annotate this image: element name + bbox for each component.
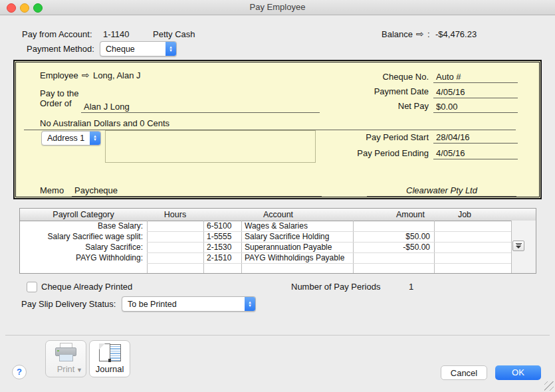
cheque-already-printed-checkbox[interactable] — [27, 282, 37, 292]
pay-slip-delivery-label: Pay Slip Delivery Status: — [21, 299, 116, 309]
memo-label: Memo — [40, 185, 64, 195]
title-bar: Pay Employee — [0, 0, 555, 15]
account-number: 1-1140 — [103, 29, 130, 39]
amount-cell[interactable] — [353, 252, 430, 263]
journal-button[interactable]: Journal — [89, 340, 130, 377]
job-cell[interactable] — [435, 242, 510, 252]
print-button-label: Print — [57, 364, 75, 374]
account-name-cell[interactable]: Superannuation Payable — [245, 242, 351, 252]
payment-date-field[interactable]: 4/05/16 — [433, 86, 518, 98]
cheque-no-label: Cheque No. — [300, 72, 429, 82]
hours-cell[interactable] — [148, 252, 202, 263]
payroll-table-header: Payroll Category Hours Account Amount Jo… — [20, 209, 536, 221]
address-selector-value: Address 1 — [42, 134, 90, 143]
address-box[interactable] — [105, 130, 316, 163]
table-divider — [241, 221, 242, 273]
payment-method-value: Cheque — [100, 45, 166, 54]
table-divider — [147, 221, 148, 273]
popup-stepper-icon: ▲▼ — [245, 297, 255, 311]
pay-to-label-line2: Order of — [40, 98, 72, 108]
pay-period-start-field[interactable]: 28/04/16 — [433, 132, 518, 144]
ok-button[interactable]: OK — [495, 365, 541, 380]
amount-cell[interactable]: -$50.00 — [353, 242, 430, 252]
cheque-already-printed-label: Cheque Already Printed — [41, 282, 132, 292]
printer-icon — [55, 343, 77, 363]
print-button[interactable]: Print ▼ — [45, 340, 86, 377]
journal-button-label: Journal — [96, 364, 124, 374]
category-cell: Salary Sacrifice: — [20, 242, 143, 252]
amount-cell[interactable] — [353, 221, 430, 231]
num-pay-periods-value: 1 — [409, 282, 413, 292]
col-header-hours[interactable]: Hours — [147, 210, 203, 219]
hours-cell[interactable] — [148, 221, 202, 231]
print-options-caret-icon[interactable]: ▼ — [76, 367, 82, 373]
signature: Clearwater Pty Ltd — [367, 185, 516, 197]
account-no-cell[interactable]: 2-1530 — [207, 242, 240, 252]
help-button[interactable]: ? — [12, 365, 27, 379]
category-cell: Salary Sacrifiec wage split: — [20, 231, 143, 242]
resize-grip[interactable] — [544, 381, 554, 391]
pay-to-label-line1: Pay to the — [40, 88, 79, 98]
account-name-cell[interactable]: Salary Sacrifice Holding — [245, 231, 351, 242]
cancel-button[interactable]: Cancel — [441, 365, 487, 380]
account-no-cell[interactable]: 2-1510 — [207, 252, 240, 263]
hours-cell[interactable] — [148, 231, 202, 242]
memo-field[interactable]: Paycheque — [72, 185, 322, 197]
payment-method-label: Payment Method: — [27, 44, 94, 54]
amount-cell[interactable]: $50.00 — [353, 231, 430, 242]
num-pay-periods-label: Number of Pay Periods — [291, 282, 380, 292]
popup-stepper-icon: ▲▼ — [90, 132, 100, 145]
col-header-amount[interactable]: Amount — [353, 210, 425, 219]
category-cell: Base Salary: — [20, 221, 143, 231]
payment-date-label: Payment Date — [300, 86, 429, 96]
job-list-dropdown-icon[interactable] — [512, 241, 524, 251]
popup-stepper-icon: ▲▼ — [166, 42, 176, 56]
job-cell[interactable] — [435, 231, 510, 242]
balance-value: -$4,476.23 — [435, 29, 477, 39]
employee-value: Long, Alan J — [93, 70, 141, 80]
payee-field[interactable]: Alan J Long — [81, 101, 320, 113]
net-pay-field[interactable]: $0.00 — [433, 101, 518, 113]
address-selector[interactable]: Address 1 ▲▼ — [41, 131, 101, 146]
table-divider — [511, 221, 512, 273]
pay-slip-delivery-select[interactable]: To be Printed ▲▼ — [122, 296, 256, 312]
employee-label: Employee — [40, 70, 78, 80]
job-cell[interactable] — [435, 252, 510, 263]
col-header-account[interactable]: Account — [203, 210, 353, 219]
col-header-job[interactable]: Job — [434, 210, 495, 219]
cheque-panel: Employee ⇨ Long, Alan J Cheque No. Auto … — [13, 60, 542, 199]
pay-period-ending-field[interactable]: 4/05/16 — [433, 147, 518, 159]
pay-period-ending-label: Pay Period Ending — [300, 148, 429, 158]
row-divider — [147, 263, 511, 264]
payroll-table: Payroll Category Hours Account Amount Jo… — [19, 208, 536, 274]
net-pay-label: Net Pay — [300, 101, 429, 111]
account-name-cell[interactable]: Wages & Salaries — [245, 221, 351, 231]
account-name: Petty Cash — [153, 29, 195, 39]
amount-in-words: No Australian Dollars and 0 Cents — [40, 118, 169, 128]
cheque-no-field[interactable]: Auto # — [433, 71, 518, 83]
account-name-cell[interactable]: PAYG Withholdings Payable — [245, 252, 351, 263]
job-cell[interactable] — [435, 221, 510, 231]
table-divider — [203, 221, 204, 273]
col-header-payroll-category[interactable]: Payroll Category — [20, 210, 147, 219]
employee-drilldown-arrow-icon[interactable]: ⇨ — [82, 70, 90, 80]
account-no-cell[interactable]: 6-5100 — [207, 221, 240, 231]
footer-divider — [5, 335, 550, 336]
balance-drilldown-arrow-icon[interactable]: ⇨ — [416, 29, 424, 39]
payment-method-select[interactable]: Cheque ▲▼ — [100, 41, 177, 56]
window-title: Pay Employee — [0, 0, 555, 15]
pay-from-account-label: Pay from Account: — [22, 29, 92, 39]
hours-cell[interactable] — [148, 242, 202, 252]
pay-period-start-label: Pay Period Start — [300, 132, 429, 142]
journal-book-icon — [98, 343, 122, 363]
balance-label: Balance — [382, 29, 413, 39]
balance-colon: : — [427, 29, 430, 39]
table-divider — [434, 221, 435, 273]
account-no-cell[interactable]: 1-5555 — [207, 231, 240, 242]
pay-slip-delivery-value: To be Printed — [122, 300, 245, 309]
category-cell: PAYG Withholding: — [20, 252, 143, 263]
